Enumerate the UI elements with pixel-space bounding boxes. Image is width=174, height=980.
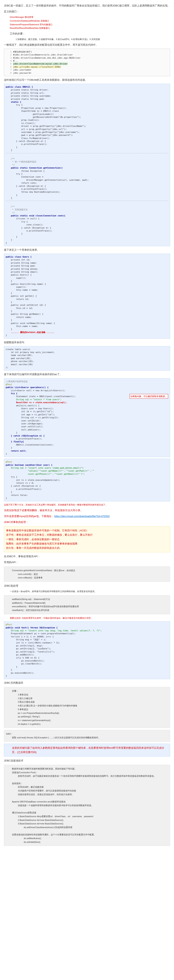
insert-dao-code: @Test public boolean saveUser(User user)… (4, 459, 170, 501)
tx-block: 事务是数据库中保证数据库操作可靠的一个机制。它有四个特性（ACID） 原子性：事… (4, 526, 170, 552)
resultset-note: 结果集对象，可以遍历获取各项数据。 (129, 394, 168, 399)
mid-p1: 这里只写了两个方法，其他的方法工具这两个类似编写。其他都差不多到此一整套对数据库… (4, 503, 170, 507)
dbutil-intro: 这时候我们可以写一个DBUtil的工具类来加载驱动，获得连接和关闭连接。 (4, 78, 170, 82)
def-i4: ResultSet/ResultSetMetaData 结果集接口 (10, 26, 170, 30)
dao-block: DAO： 获取 void test() throws SQLException … (4, 730, 170, 741)
batch-p1: 一次发送一条sql语句，效率差可以降低程序和数据库之间的网络传输，处理更多也有提… (4, 590, 170, 593)
def-i2: Connection/DatabaseMetaData 连接接口 (10, 19, 170, 23)
intro-p1: JDBC是一些接口，定义了一些对数据库的操作。不同的数据库厂商各自实现这些接口。… (4, 3, 170, 8)
batch-title: JDBC批处理 (4, 584, 170, 588)
create-table-sql: create table users( id int primary key a… (4, 346, 170, 371)
dao-intro: 接下来我就可以编写针对该数据库表操作的Dao了。 (4, 372, 170, 377)
close-block: 步骤： 1.事务启动 2.插入主键记录 3.取出主键生成值 4.插入从属记录(之… (4, 687, 170, 728)
batch-code: @Test public void test() throws SQLExcep… (4, 621, 170, 679)
pool-block: 数据库在建立和断开连接时都需要消耗资源。系统性能低下等问题。 连接池(Conne… (4, 765, 170, 846)
tx-api-title: 常用的API： (4, 560, 170, 565)
def-title: 定义的接口： (4, 10, 170, 14)
batch-api-block: addBatch(String sql)：Statement的方法 addBat… (4, 595, 170, 614)
mysql-download-link[interactable]: https://dev.mysql.com/downloads/file/?id… (54, 515, 110, 518)
mid-p3a: 另外这里需要mysql支持的jar包。下载地址： (4, 515, 54, 518)
pool-title: JDBC连接池技术 (4, 759, 170, 763)
tx-api-block: Connection.get/setAutoCommit(true/false)… (4, 566, 170, 582)
query-dao-code: //查询用户的所有信息 @Test public List<Users> que… (4, 378, 170, 457)
entity-intro: 接下来定义一个简单的实体类。 (4, 248, 170, 252)
table-intro: 创建数据库表语句 (4, 340, 170, 345)
intro-p2: 一般情况下，我们将连接数据库的配置信息写在配置文件中。而不是写死在代码中。 (4, 43, 170, 47)
def-i3: Statement/PreparedStatement 语句对象接口 (10, 23, 170, 27)
config-code: 1#驱动类名称(例子) 2#jdbc.driverClassName=oracl… (4, 49, 170, 76)
pagination-block: 这里的关键问题了如何传入参数限定查询起始和查询到那个键结束，在批量查询时使用li… (4, 744, 170, 757)
steps-title: 工作的步骤： (4, 32, 170, 36)
tx-title: JDBC对事务的处理： (4, 520, 170, 524)
steps: 1.加载驱动，建立连接。2.创建语句对象。3.执行sql语句。4.处理结果(可选… (4, 37, 170, 41)
def-i1: DriverManager 驱动管理 (10, 15, 170, 19)
dbutil-code: public class DBUtil { private static Str… (4, 84, 170, 246)
close-title: JDBC关闭数据库 (4, 681, 170, 685)
tx-api-intro: 在JDBC中，事务处理相关API： (4, 554, 170, 558)
mid-p2: 当然实际情况下还要增加删除，修改等方法，和这里的方法大同小异。 (4, 508, 170, 512)
batch-warning: 需要注意的: 当批处理语句太多时，可能出现内存溢出。解决方案是适当批量执行清空。 (4, 616, 170, 620)
user-entity-code: public class Users { private int id; pri… (4, 254, 170, 339)
